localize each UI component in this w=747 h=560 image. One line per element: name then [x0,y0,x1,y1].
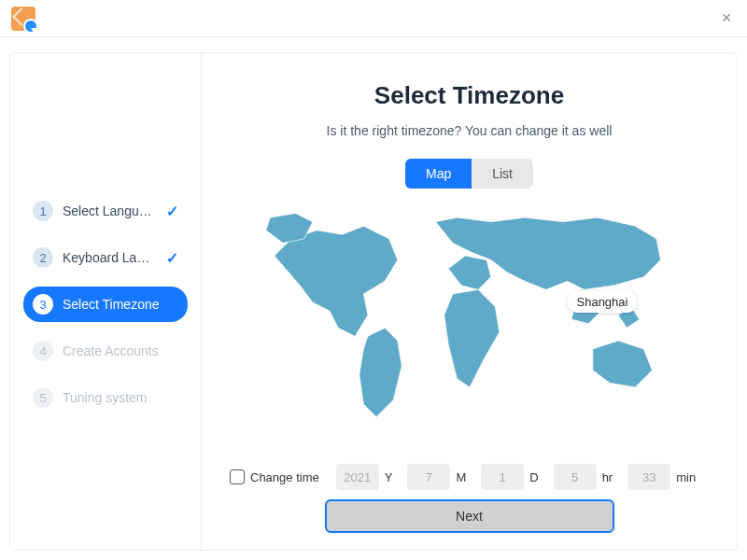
world-map[interactable]: Shanghai [255,209,684,442]
close-button[interactable]: × [717,9,736,28]
hour-unit: hr [602,470,613,484]
step-label: Select Langu… [63,203,157,218]
main-panel: Select Timezone Is it the right timezone… [202,53,737,550]
minute-input[interactable] [627,464,670,490]
minute-unit: min [676,470,696,484]
map-toggle-button[interactable]: Map [405,159,472,189]
step-label: Keyboard La… [63,250,157,265]
bottom-controls: Change time Y M D hr min Next [230,464,709,540]
titlebar: × [0,0,747,37]
change-time-label: Change time [250,470,319,484]
check-icon: ✓ [166,249,178,267]
list-toggle-button[interactable]: List [472,159,533,189]
selected-timezone-label: Shanghai [568,291,638,313]
step-number: 2 [33,247,53,268]
sidebar: 1 Select Langu… ✓ 2 Keyboard La… ✓ 3 Sel… [10,53,202,550]
step-label: Tuning system [63,390,178,405]
month-input[interactable] [407,464,450,490]
card: 1 Select Langu… ✓ 2 Keyboard La… ✓ 3 Sel… [9,52,738,551]
world-map-svg [255,209,684,442]
step-select-timezone[interactable]: 3 Select Timezone [23,287,188,322]
year-unit: Y [385,470,393,484]
step-label: Select Timezone [63,297,178,312]
next-button[interactable]: Next [325,499,614,533]
step-label: Create Accounts [63,343,178,358]
step-number: 4 [33,341,53,361]
page-title: Select Timezone [374,81,564,110]
step-select-language[interactable]: 1 Select Langu… ✓ [23,193,188,229]
step-tuning-system: 5 Tuning system [23,380,188,415]
hour-input[interactable] [554,464,597,490]
day-unit: D [529,470,538,484]
month-unit: M [456,470,466,484]
step-number: 3 [33,294,53,315]
step-create-accounts: 4 Create Accounts [23,333,188,369]
step-number: 1 [33,201,53,221]
content: 1 Select Langu… ✓ 2 Keyboard La… ✓ 3 Sel… [0,37,747,560]
app-logo-icon [11,7,35,31]
day-input[interactable] [481,464,524,490]
check-icon: ✓ [166,203,178,220]
step-number: 5 [33,387,53,408]
year-input[interactable] [336,464,379,490]
view-toggle: Map List [405,159,533,189]
change-time-row: Change time Y M D hr min [230,464,709,490]
page-subtitle: Is it the right timezone? You can change… [327,123,613,138]
change-time-checkbox[interactable] [230,469,245,484]
step-keyboard-layout[interactable]: 2 Keyboard La… ✓ [23,240,188,275]
